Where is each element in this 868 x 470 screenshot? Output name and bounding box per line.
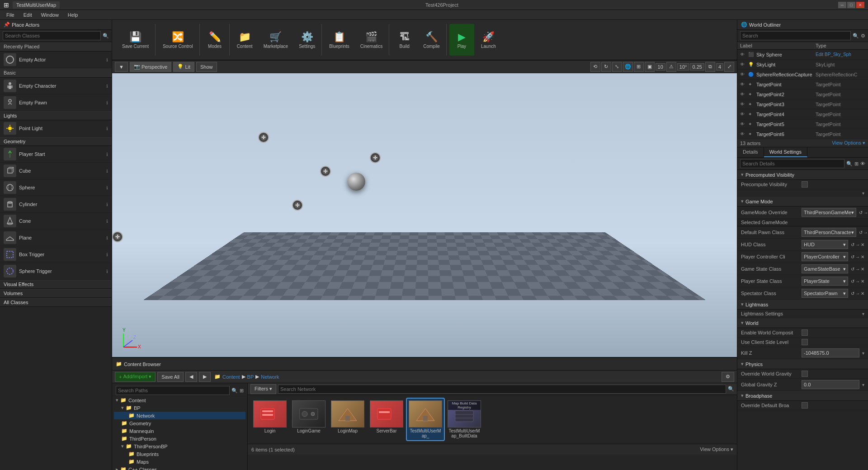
blueprints-button[interactable]: 📋 Blueprints	[325, 24, 354, 56]
cb-path-network[interactable]: Network	[261, 374, 279, 380]
vp-maximize-btn[interactable]: ⤢	[724, 62, 734, 72]
menu-window[interactable]: Window	[37, 11, 63, 19]
gm-override-reset[interactable]: ↺	[859, 210, 863, 215]
game-state-clear[interactable]: ✕	[861, 267, 864, 272]
details-tab-details[interactable]: Details	[737, 147, 764, 157]
visual-effects-category[interactable]: Visual Effects	[0, 280, 112, 289]
lit-btn[interactable]: 💡 Lit	[173, 62, 194, 72]
spectator-browse[interactable]: →	[855, 291, 860, 296]
vp-world-btn[interactable]: 🌐	[623, 62, 633, 72]
vp-layers-val[interactable]: 4	[716, 63, 723, 70]
dropdown-gm-override[interactable]: ThirdPersonGameMe ▾	[802, 208, 856, 217]
actor-item-cone[interactable]: Cone ℹ	[0, 213, 112, 230]
player-start-info[interactable]: ℹ	[106, 152, 108, 157]
sphere-trigger-info[interactable]: ℹ	[106, 269, 108, 274]
checkbox-override-gravity[interactable]	[802, 371, 808, 377]
geometry-category[interactable]: Geometry	[0, 137, 112, 146]
default-pawn-reset[interactable]: ↺	[859, 230, 863, 235]
dropdown-game-state[interactable]: GameStateBase ▾	[802, 264, 848, 273]
wo-eye-sphere-refl[interactable]: 👁	[740, 72, 746, 77]
cb-path-content[interactable]: Content	[222, 374, 240, 380]
details-search-icon[interactable]: 🔍	[846, 161, 853, 167]
wo-item-target-point3[interactable]: 👁 ✦ TargetPoint3 TargetPoint	[737, 99, 868, 109]
wo-search-icon[interactable]: 🔍	[853, 33, 859, 39]
dropdown-player-ctrl[interactable]: PlayerController ▾	[802, 252, 848, 261]
close-button[interactable]: ✕	[856, 2, 864, 8]
settings-button[interactable]: ⚙️ Settings	[294, 24, 320, 56]
show-btn[interactable]: Show	[196, 62, 217, 72]
actor-item-empty-actor[interactable]: Empty Actor ℹ	[0, 52, 112, 68]
section-lightmass[interactable]: Lightmass	[737, 300, 868, 310]
vp-surface-snap-btn[interactable]: ▣	[645, 62, 655, 72]
lights-category[interactable]: Lights	[0, 111, 112, 120]
actor-item-player-start[interactable]: Player Start ℹ	[0, 146, 112, 163]
add-import-button[interactable]: + Add/Import ▾	[115, 372, 156, 382]
dropdown-player-state[interactable]: PlayerState ▾	[802, 277, 848, 286]
player-state-browse[interactable]: →	[855, 279, 860, 284]
search-classes-icon[interactable]: 🔍	[103, 33, 109, 39]
wo-eye-tp4[interactable]: 👁	[740, 112, 746, 117]
viewport[interactable]: X Y Z	[112, 73, 737, 357]
viewport-dropdown-btn[interactable]: ▼	[115, 62, 128, 72]
dropdown-spectator[interactable]: SpectatorPawn ▾	[802, 289, 848, 298]
plane-info[interactable]: ℹ	[106, 235, 108, 240]
wo-eye-tp6[interactable]: 👁	[740, 132, 746, 136]
empty-character-info[interactable]: ℹ	[106, 84, 108, 89]
maximize-button[interactable]: □	[847, 2, 855, 8]
wo-item-target-point4[interactable]: 👁 ✦ TargetPoint4 TargetPoint	[737, 109, 868, 119]
tree-item-bp[interactable]: ▾ 📁 BP	[114, 404, 245, 412]
player-state-reset[interactable]: ↺	[851, 279, 854, 284]
gm-override-browse[interactable]: →	[863, 210, 868, 215]
compile-button[interactable]: 🔨 Compile	[419, 24, 444, 56]
lightmass-expand-arrow[interactable]: ▾	[862, 311, 864, 316]
spectator-reset[interactable]: ↺	[851, 291, 854, 296]
actor-item-plane[interactable]: Plane ℹ	[0, 230, 112, 246]
cinematics-button[interactable]: 🎬 Cinematics	[356, 24, 387, 56]
point-light-info[interactable]: ℹ	[106, 126, 108, 131]
marketplace-button[interactable]: 🛒 Marketplace	[259, 24, 292, 56]
hud-reset[interactable]: ↺	[851, 242, 854, 247]
filter-button[interactable]: Filters ▾	[250, 384, 276, 394]
game-state-reset[interactable]: ↺	[851, 267, 854, 272]
wo-item-sphere-reflection[interactable]: 👁 🔵 SphereReflectionCapture SphereReflec…	[737, 70, 868, 80]
tree-view-icon[interactable]: ⊞	[240, 388, 244, 394]
vp-scale-val[interactable]: 0.25	[690, 63, 704, 70]
tree-item-blueprints[interactable]: 📁 Blueprints	[114, 450, 245, 458]
wo-eye-tp3[interactable]: 👁	[740, 102, 746, 107]
volumes-category[interactable]: Volumes	[0, 289, 112, 298]
checkbox-precompute[interactable]	[802, 181, 808, 188]
details-tab-world-settings[interactable]: World Settings	[764, 147, 807, 157]
forward-button[interactable]: ▶	[199, 372, 211, 382]
actor-item-cube[interactable]: Cube ℹ	[0, 163, 112, 179]
asset-testmulti[interactable]: TestMultiUserMap_	[407, 399, 444, 440]
tree-item-mannequin[interactable]: 📁 Mannequin	[114, 427, 245, 435]
menu-file[interactable]: File	[2, 11, 19, 19]
tree-item-thirdpersonbp[interactable]: ▾ 📁 ThirdPersonBP	[114, 442, 245, 450]
details-eye-icon[interactable]: 👁	[860, 161, 865, 166]
dropdown-default-pawn[interactable]: ThirdPersonCharacte ▾	[802, 228, 856, 237]
vp-translate-btn[interactable]: ⟲	[590, 62, 600, 72]
tree-item-thirdperson[interactable]: 📁 ThirdPerson	[114, 435, 245, 442]
wo-item-target-point2[interactable]: 👁 ✦ TargetPoint2 TargetPoint	[737, 89, 868, 99]
save-current-button[interactable]: 💾 Save Current	[118, 24, 153, 56]
wo-eye-tp[interactable]: 👁	[740, 82, 746, 87]
sphere-info[interactable]: ℹ	[106, 185, 108, 190]
checkbox-override-broadphase[interactable]	[802, 402, 808, 409]
cb-view-options-button[interactable]: View Options ▾	[700, 446, 733, 452]
minimize-button[interactable]: ─	[838, 2, 846, 8]
asset-login[interactable]: Login	[251, 399, 288, 440]
save-all-button[interactable]: Save All	[157, 372, 184, 382]
tree-item-geometry[interactable]: 📁 Geometry	[114, 419, 245, 427]
cb-settings-button[interactable]: ⚙	[722, 372, 734, 382]
wo-search-input[interactable]	[740, 31, 851, 40]
wo-type-sky-sphere-val[interactable]: Edit BP_Sky_Sph	[816, 52, 865, 57]
cb-path-bp[interactable]: BP	[247, 374, 254, 380]
actor-item-empty-character[interactable]: Empty Character ℹ	[0, 78, 112, 94]
checkbox-use-client-side[interactable]	[802, 339, 808, 345]
back-button[interactable]: ◀	[185, 372, 197, 382]
vp-grid-size[interactable]: 10	[656, 63, 665, 70]
player-ctrl-browse[interactable]: →	[855, 254, 860, 259]
menu-edit[interactable]: Edit	[19, 11, 37, 19]
box-trigger-info[interactable]: ℹ	[106, 252, 108, 257]
tree-item-cppclasses[interactable]: ▸ 📁 C++ Classes	[114, 465, 245, 470]
